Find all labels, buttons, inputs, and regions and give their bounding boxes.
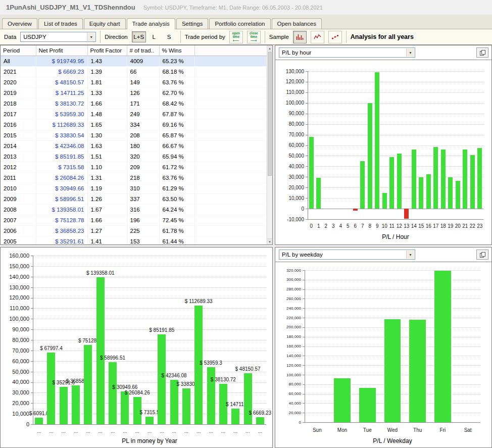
bar-value-label: $ 14711. [226, 402, 245, 407]
table-row[interactable]: 2009$ 58996.511.2633763.50 % [1, 193, 267, 204]
tab-trade-analysis[interactable]: Trade analysis [127, 18, 175, 29]
title-bar: 1PunAshi_USDJPY_M1_V1_TDShenndou Symbol:… [0, 0, 492, 15]
pl-by-year-panel: 010,00020,00030,00040,00050,00060,00070,… [0, 247, 273, 448]
column-header--wins[interactable]: % Wins [159, 45, 194, 56]
x-axis-label: 8 [368, 223, 371, 229]
gridline [305, 280, 480, 280]
tab-equity-chart[interactable]: Equity chart [84, 18, 126, 29]
bar-value-label: $ 7315.5 [140, 410, 160, 415]
cell: $ 919749.95 [36, 56, 87, 66]
table-scrollbar[interactable]: ▲ ▼ [267, 45, 272, 244]
table-header-row: PeriodNet ProfitProfit Factor# of trad..… [1, 45, 267, 56]
tab-list-of-trades[interactable]: List of trades [38, 18, 83, 29]
table-row[interactable]: 2018$ 38130.721.6617168.42 % [1, 98, 267, 109]
cell: 1.51 [87, 151, 127, 162]
x-axis-line [305, 422, 480, 423]
cell: $ 112689.33 [36, 119, 87, 130]
hour-chart-selector[interactable]: P/L by hour ▼ [279, 47, 415, 58]
gridline [33, 277, 266, 277]
table-row[interactable]: 2020$ 48150.571.8114963.76 % [1, 77, 267, 87]
data-symbol-dropdown[interactable]: USDJPY ▼ [20, 32, 96, 42]
bar [47, 353, 55, 424]
direction-option-l[interactable]: L [147, 31, 161, 42]
table-row[interactable]: 2013$ 85191.851.5132065.94 % [1, 151, 267, 162]
open-time-button[interactable]: open time ⟵ [229, 31, 243, 43]
cell: 218 [127, 172, 159, 183]
table-row[interactable]: 2021$ 6669.231.396668.18 % [1, 66, 267, 77]
cell: $ 36858.23 [36, 225, 87, 236]
x-axis-label: Tue [363, 427, 372, 433]
y-axis-label: 100,000 [286, 100, 304, 106]
scroll-down-icon[interactable]: ▼ [267, 238, 272, 244]
x-axis-label: 2 [324, 223, 327, 229]
x-axis-label: 15 [418, 223, 424, 229]
toolbar: Data USDJPY ▼ Direction L+SLS Trade peri… [0, 29, 492, 45]
column-header-profit-factor[interactable]: Profit Factor [87, 45, 127, 56]
scrollbar-thumb[interactable] [268, 52, 272, 176]
bar [456, 181, 460, 209]
scroll-up-icon[interactable]: ▲ [267, 45, 272, 52]
cell-filler [194, 151, 267, 162]
sample-positions-button[interactable] [328, 31, 342, 43]
table-row[interactable]: 2008$ 139358.011.6731664.24 % [1, 204, 267, 215]
column-header-period[interactable]: Period [1, 45, 36, 56]
chevron-down-icon[interactable]: ▼ [406, 48, 414, 57]
x-axis-label: Sun [313, 427, 322, 433]
chevron-down-icon[interactable]: ▼ [406, 251, 414, 259]
table-row[interactable]: 2016$ 112689.331.6533469.16 % [1, 119, 267, 130]
cell: 1.10 [87, 162, 127, 172]
gridline [305, 318, 480, 318]
tab-settings[interactable]: Settings [176, 18, 209, 29]
sample-all-button[interactable] [293, 31, 307, 43]
table-row[interactable]: 2011$ 26084.261.3121863.76 % [1, 172, 267, 183]
y-axis-label: 50,000 [288, 153, 304, 159]
y-axis-label: -10,000 [287, 217, 304, 222]
bar [360, 161, 365, 209]
tab-portfolio-correlation[interactable]: Portfolio correlation [209, 18, 270, 29]
close-time-button[interactable]: close time ⟶ [247, 31, 261, 43]
table-row[interactable]: 2019$ 14711.251.3312662.70 % [1, 87, 267, 98]
direction-option-l-s[interactable]: L+S [132, 31, 146, 42]
copy-chart-button[interactable] [476, 47, 488, 58]
column-header-net-profit[interactable]: Net Profit [36, 45, 87, 56]
bar [441, 150, 446, 209]
close-time-icon: close [250, 31, 258, 35]
cell: 1.43 [87, 56, 127, 66]
x-axis-label: 20 [455, 223, 461, 229]
bar-value-label: $ 112689.33 [185, 298, 213, 304]
cell: 1.41 [87, 236, 127, 245]
x-axis-label: Sat [464, 427, 472, 433]
cell: 1.66 [87, 98, 127, 109]
cell: 1.39 [87, 66, 127, 77]
tab-overview[interactable]: Overview [2, 18, 37, 29]
bar [368, 103, 372, 209]
bar-value-label: $ 38130.72 [211, 377, 236, 382]
table-row[interactable]: 2015$ 33830.541.3020865.87 % [1, 130, 267, 140]
table-row[interactable]: 2007$ 75128.781.6619672.45 % [1, 215, 267, 225]
tab-open-balances[interactable]: Open balances [272, 18, 322, 29]
x-axis-line [308, 219, 483, 220]
cell: 65.87 % [159, 130, 194, 140]
table-row[interactable]: 2014$ 42346.081.6318066.67 % [1, 140, 267, 151]
table-row[interactable]: 2006$ 36858.231.2722561.78 % [1, 225, 267, 236]
sample-line-button[interactable] [311, 31, 324, 43]
table-row[interactable]: 2017$ 53959.301.4824967.87 % [1, 109, 267, 119]
y-axis-label: 150,000 [9, 263, 29, 269]
copy-chart-button[interactable] [476, 250, 488, 260]
y-axis-label: 50,000 [12, 369, 29, 375]
chevron-down-icon[interactable]: ▼ [87, 33, 95, 41]
table-row[interactable]: 2005$ 35291.611.4115361.44 % [1, 236, 267, 245]
trade-period-label: Trade period by [185, 34, 225, 40]
bar [96, 277, 105, 424]
gridline [305, 298, 480, 299]
column-header--of-trad-[interactable]: # of trad.. [127, 45, 159, 56]
weekday-chart-selector[interactable]: P/L by weekday ▼ [279, 250, 415, 260]
direction-option-s[interactable]: S [162, 31, 176, 42]
cell: 2009 [1, 193, 36, 204]
bar [182, 388, 190, 424]
cell-filler [194, 140, 267, 151]
table-row[interactable]: All$ 919749.951.43400965.23 % [1, 56, 267, 66]
cell: 68.18 % [159, 66, 194, 77]
table-row[interactable]: 2010$ 30949.661.1931061.29 % [1, 183, 267, 193]
table-row[interactable]: 2012$ 7315.581.1020961.72 % [1, 162, 267, 172]
